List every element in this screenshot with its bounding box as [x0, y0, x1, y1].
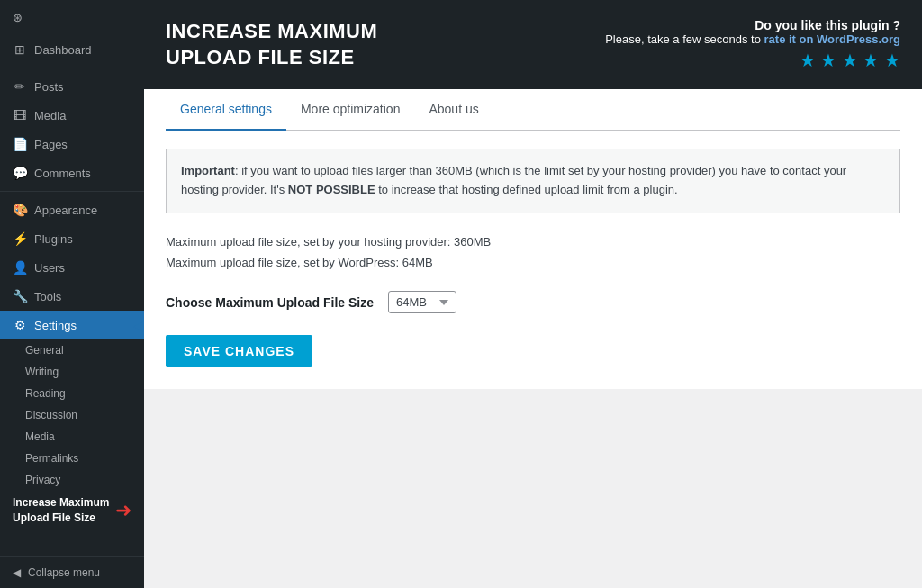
content-area: General settings More optimization About…	[144, 89, 922, 588]
submenu-item-privacy[interactable]: Privacy	[0, 469, 144, 491]
sidebar-item-dashboard[interactable]: ⊞ Dashboard	[0, 35, 144, 64]
collapse-icon: ◀	[13, 566, 21, 579]
sidebar-menu: ⊞ Dashboard ✏ Posts 🎞 Media 📄 Pages 💬 Co…	[0, 35, 144, 530]
sidebar-item-label: Dashboard	[34, 43, 92, 57]
settings-info: Maximum upload file size, set by your ho…	[166, 231, 900, 274]
sidebar-item-tools[interactable]: 🔧 Tools	[0, 282, 144, 311]
sidebar-item-appearance[interactable]: 🎨 Appearance	[0, 195, 144, 224]
sidebar-logo: ⊛	[0, 0, 144, 35]
settings-arrow-icon: ◀	[133, 317, 144, 334]
save-changes-button[interactable]: SAVE CHANGES	[166, 335, 312, 367]
sidebar-item-plugins[interactable]: ⚡ Plugins	[0, 224, 144, 253]
sidebar-divider-2	[0, 191, 144, 192]
content-inner: General settings More optimization About…	[144, 89, 922, 389]
rate-link[interactable]: rate it on WordPress.org	[764, 32, 900, 46]
sidebar-item-label: Tools	[34, 290, 61, 303]
plugin-header: INCREASE MAXIMUM UPLOAD FILE SIZE Do you…	[144, 0, 922, 89]
pages-icon: 📄	[13, 137, 27, 151]
sidebar-item-pages[interactable]: 📄 Pages	[0, 130, 144, 158]
collapse-label: Collapse menu	[28, 566, 100, 579]
plugin-title-line1: INCREASE MAXIMUM	[166, 19, 377, 45]
sidebar-item-label: Settings	[34, 319, 77, 332]
sidebar-item-label: Comments	[34, 167, 91, 180]
tab-bar: General settings More optimization About…	[166, 89, 900, 131]
plugin-rating-area: Do you like this plugin ? Please, take a…	[605, 18, 900, 71]
rating-text-line: Please, take a few seconds to rate it on…	[605, 32, 900, 46]
sidebar-item-label: Users	[34, 261, 65, 275]
sidebar-item-label: Media	[34, 109, 66, 122]
choose-size-label: Choose Maximum Upload File Size	[166, 295, 374, 310]
tools-icon: 🔧	[13, 289, 27, 303]
posts-icon: ✏	[13, 79, 27, 94]
choose-size-row: Choose Maximum Upload File Size 64MB 128…	[166, 291, 900, 313]
plugin-title: INCREASE MAXIMUM UPLOAD FILE SIZE	[166, 19, 377, 70]
tab-general-settings[interactable]: General settings	[166, 89, 286, 131]
sidebar-item-label: Posts	[34, 80, 64, 94]
sidebar-divider	[0, 68, 144, 68]
size-select[interactable]: 64MB 128MB 256MB 360MB	[388, 291, 456, 313]
sidebar-item-label: Plugins	[34, 232, 73, 246]
users-icon: 👤	[13, 260, 27, 275]
host-limit-line: Maximum upload file size, set by your ho…	[166, 231, 900, 252]
submenu-item-general[interactable]: General	[0, 339, 144, 361]
info-not-possible-label: NOT POSSIBLE	[288, 183, 375, 196]
sidebar-item-label: Pages	[34, 138, 68, 151]
wp-limit-line: Maximum upload file size, set by WordPre…	[166, 252, 900, 273]
submenu-item-discussion[interactable]: Discussion	[0, 404, 144, 426]
sidebar-item-settings[interactable]: ⚙ Settings ◀	[0, 311, 144, 339]
submenu-item-increase-upload[interactable]: Increase Maximum Upload File Size	[13, 495, 112, 526]
plugin-title-line2: UPLOAD FILE SIZE	[166, 45, 377, 71]
rating-question: Do you like this plugin ?	[605, 18, 900, 32]
comments-icon: 💬	[13, 166, 27, 180]
info-box: Important: if you want to upload files l…	[166, 149, 900, 213]
red-arrow-annotation: ➜	[115, 499, 131, 522]
appearance-icon: 🎨	[13, 203, 27, 217]
main-content: INCREASE MAXIMUM UPLOAD FILE SIZE Do you…	[144, 0, 922, 588]
info-important-label: Important	[181, 164, 235, 177]
sidebar-item-posts[interactable]: ✏ Posts	[0, 72, 144, 101]
media-icon: 🎞	[13, 108, 27, 122]
wp-logo-icon: ⊛	[13, 11, 23, 24]
sidebar-item-users[interactable]: 👤 Users	[0, 253, 144, 282]
rating-text: Please, take a few seconds to	[605, 32, 761, 46]
settings-submenu: General Writing Reading Discussion Media…	[0, 339, 144, 530]
sidebar-item-comments[interactable]: 💬 Comments	[0, 158, 144, 187]
settings-icon: ⚙	[13, 318, 27, 332]
star-rating: ★ ★ ★ ★ ★	[605, 50, 900, 71]
sidebar-item-label: Appearance	[34, 204, 97, 217]
tab-more-optimization[interactable]: More optimization	[286, 89, 415, 131]
submenu-item-reading[interactable]: Reading	[0, 383, 144, 404]
sidebar-item-media[interactable]: 🎞 Media	[0, 101, 144, 130]
plugins-icon: ⚡	[13, 231, 27, 246]
submenu-item-permalinks[interactable]: Permalinks	[0, 448, 144, 469]
dashboard-icon: ⊞	[13, 42, 27, 57]
submenu-item-media[interactable]: Media	[0, 426, 144, 448]
tab-about-us[interactable]: About us	[414, 89, 493, 131]
info-text-suffix: to increase that hosting defined upload …	[375, 183, 678, 196]
submenu-item-writing[interactable]: Writing	[0, 361, 144, 383]
sidebar: ⊛ ⊞ Dashboard ✏ Posts 🎞 Media 📄 Pages 💬 …	[0, 0, 144, 588]
collapse-menu-button[interactable]: ◀ Collapse menu	[0, 556, 144, 588]
